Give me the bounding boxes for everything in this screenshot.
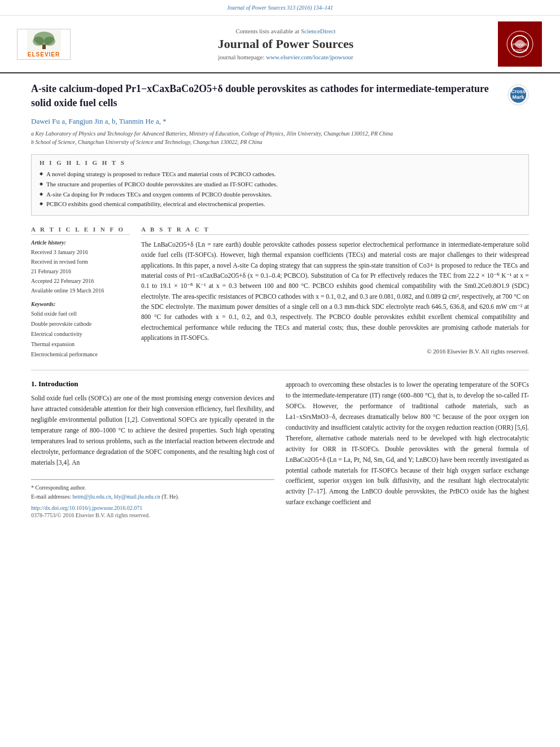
keyword-2: Double perovskite cathode <box>31 319 130 329</box>
highlights-box: H I G H L I G H T S A novel doping strat… <box>31 154 529 215</box>
article-history-block: Article history: Received 3 January 2016… <box>31 239 130 295</box>
science-direct-link: Contents lists available at ScienceDirec… <box>73 28 498 34</box>
keyword-5: Electrochemical performance <box>31 350 130 360</box>
email1[interactable]: hetm@jlu.edu.cn <box>72 493 111 500</box>
article-info-abstract: A R T I C L E I N F O Article history: R… <box>31 226 529 360</box>
science-direct-anchor[interactable]: ScienceDirect <box>301 28 336 34</box>
available-date: Available online 19 March 2016 <box>31 286 130 295</box>
elsevier-logo: ELSEVIER <box>17 29 73 60</box>
keywords-heading: Keywords: <box>31 301 130 307</box>
received-date: Received 3 January 2016 <box>31 247 130 257</box>
highlight-item-1: A novel doping strategy is proposed to r… <box>40 169 520 180</box>
article-content: A-site calcium-doped Pr1−xCaxBaCo2O5+δ d… <box>0 73 560 527</box>
journal-ref: Journal of Power Sources 313 (2016) 134–… <box>0 5 560 11</box>
journal-title-center: Contents lists available at ScienceDirec… <box>73 28 498 60</box>
affiliation-a: a Key Laboratory of Physics and Technolo… <box>31 129 529 138</box>
introduction-section: 1. Introduction Solid oxide fuel cells (… <box>31 379 529 518</box>
abstract-column: A B S T R A C T The LnBaCo2O5+δ (Ln = ra… <box>141 226 529 360</box>
doi-copyright: 0378-7753/© 2016 Elsevier B.V. All right… <box>31 512 274 518</box>
revised-date: 21 February 2016 <box>31 267 130 276</box>
introduction-title: 1. Introduction <box>31 379 274 388</box>
corresponding-footnote: * Corresponding author. <box>31 483 274 492</box>
keyword-3: Electrical conductivity <box>31 329 130 339</box>
abstract-text: The LnBaCo2O5+δ (Ln = rare earth) double… <box>141 239 529 343</box>
highlights-list: A novel doping strategy is proposed to r… <box>40 169 520 209</box>
email-label: E-mail addresses: <box>31 493 71 500</box>
article-history-heading: Article history: <box>31 239 130 246</box>
footnote-area: * Corresponding author. E-mail addresses… <box>31 479 274 501</box>
highlight-item-4: PCBCO exhibits good chemical compatibili… <box>40 199 520 209</box>
email-suffix: (T. He). <box>161 493 179 500</box>
journal-logo-right: POWER SOURCES <box>498 21 543 67</box>
email2[interactable]: hly@mail.jlu.edu.cn <box>114 493 160 500</box>
article-title: A-site calcium-doped Pr1−xCaxBaCo2O5+δ d… <box>31 83 489 108</box>
doi-anchor[interactable]: http://dx.doi.org/10.1016/j.jpowsour.201… <box>31 505 142 511</box>
intro-left-text: Solid oxide fuel cells (SOFCs) are one o… <box>31 393 274 468</box>
intro-left: 1. Introduction Solid oxide fuel cells (… <box>31 379 274 518</box>
homepage-link: journal homepage: www.elsevier.com/locat… <box>73 54 498 60</box>
keywords-block: Keywords: Solid oxide fuel cell Double p… <box>31 301 130 360</box>
content-header: ELSEVIER Contents lists available at Sci… <box>0 16 560 73</box>
section-divider <box>31 370 529 370</box>
article-info-column: A R T I C L E I N F O Article history: R… <box>31 226 130 360</box>
svg-rect-4 <box>42 45 46 49</box>
article-title-block: A-site calcium-doped Pr1−xCaxBaCo2O5+δ d… <box>31 82 529 110</box>
highlight-item-3: A-site Ca doping for Pr reduces TECs and… <box>40 190 520 200</box>
highlights-title: H I G H L I G H T S <box>40 159 520 166</box>
affiliation-b: b School of Science, Changchun Universit… <box>31 138 529 146</box>
crossmark-logo: Cross Mark <box>508 84 529 106</box>
article-title-text: A-site calcium-doped Pr1−xCaxBaCo2O5+δ d… <box>31 82 502 110</box>
accepted-date: Accepted 22 February 2016 <box>31 276 130 286</box>
svg-text:Cross: Cross <box>511 89 526 94</box>
svg-point-3 <box>44 37 55 46</box>
article-info-section-title: A R T I C L E I N F O <box>31 226 130 235</box>
received-revised-label: Received in revised form <box>31 257 130 267</box>
abstract-copyright: © 2016 Elsevier B.V. All rights reserved… <box>141 348 529 355</box>
svg-text:SOURCES: SOURCES <box>513 49 527 52</box>
journal-header: Journal of Power Sources 313 (2016) 134–… <box>0 0 560 16</box>
authors: Dawei Fu a, Fangjun Jin a, b, Tianmin He… <box>31 117 529 126</box>
svg-text:POWER: POWER <box>513 43 527 47</box>
intro-right-text: approach to overcoming these obstacles i… <box>286 379 529 508</box>
keyword-4: Thermal expansion <box>31 339 130 350</box>
intro-right: approach to overcoming these obstacles i… <box>286 379 529 518</box>
email-footnote: E-mail addresses: hetm@jlu.edu.cn, hly@m… <box>31 492 274 501</box>
highlight-item-2: The structure and properties of PCBCO do… <box>40 180 520 190</box>
svg-text:Mark: Mark <box>512 94 524 100</box>
abstract-section-title: A B S T R A C T <box>141 226 529 235</box>
svg-point-2 <box>33 37 44 46</box>
affiliations: a Key Laboratory of Physics and Technolo… <box>31 129 529 146</box>
journal-main-title: Journal of Power Sources <box>73 37 498 51</box>
journal-right-logo: POWER SOURCES <box>498 21 542 67</box>
keywords-list: Solid oxide fuel cell Double perovskite … <box>31 309 130 360</box>
elsevier-label: ELSEVIER <box>28 51 60 58</box>
keyword-1: Solid oxide fuel cell <box>31 309 130 319</box>
homepage-anchor[interactable]: www.elsevier.com/locate/jpowsour <box>266 54 353 60</box>
doi-link: http://dx.doi.org/10.1016/j.jpowsour.201… <box>31 505 274 511</box>
